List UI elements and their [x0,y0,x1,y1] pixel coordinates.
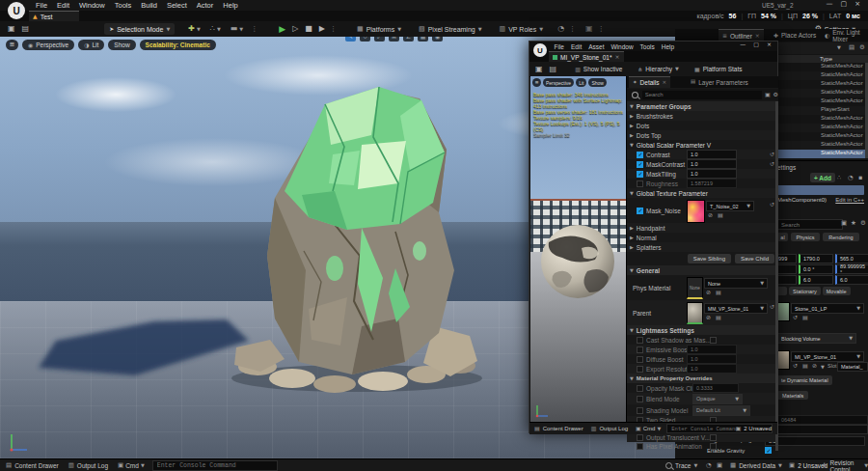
preview-lit-button[interactable]: Lit [576,78,586,87]
mobility-stationary-button[interactable]: Stationary [789,287,821,295]
menu-build[interactable]: Build [136,1,162,10]
material-property-overrides-header[interactable]: ▼Material Property Overrides [627,374,778,383]
preview-menu-button[interactable]: ≡ [532,78,541,87]
minimize-button[interactable]: — [823,1,837,8]
value-checkbox[interactable] [710,443,717,450]
details-star-icon[interactable]: ★ [851,220,856,227]
mat-close-button[interactable]: × [763,42,775,47]
mesh-browse-icon[interactable]: ▤ [802,315,808,320]
scalability-warning-badge[interactable]: Scalability: Cinematic [140,40,216,50]
texture-browse-icon[interactable]: ▤ [718,212,723,218]
group-dots[interactable]: ▶Dots [627,121,778,130]
lit-button[interactable]: ◑ Lit [78,40,104,50]
blueprint-group[interactable]: ∴▼ [210,25,221,33]
save-sibling-button[interactable]: Save Sibling [688,254,731,263]
close-button[interactable]: × [851,1,864,8]
group-handpaint[interactable]: ▶Handpaint [627,223,778,233]
override-checkbox[interactable] [637,385,643,392]
screenshot-icon[interactable]: ▣ [717,462,722,469]
reset-icon[interactable]: ↺ [770,152,774,157]
mat-details-scrollbar[interactable] [775,101,778,451]
pixel-streaming-dropdown[interactable]: ▧ Pixel Streaming ▼ [414,26,487,33]
override-checkbox[interactable] [637,434,643,441]
material-thumbnail[interactable] [777,350,790,370]
material-options-caret-icon[interactable]: ▼ [821,365,825,370]
location-z-field[interactable]: 565.0 [835,254,868,263]
override-checkbox[interactable] [637,337,643,344]
scale-z-field[interactable]: 6.0 [835,275,868,285]
menu-tools[interactable]: Tools [110,1,137,10]
mat-menu-edit[interactable]: Edit [567,43,584,50]
mat-menu-window[interactable]: Window [608,43,637,50]
general-header[interactable]: ▼General [627,265,778,275]
folder-icon[interactable]: ▤ [849,44,854,51]
group-global-texture[interactable]: ▼Global Texture Parameter [627,188,778,198]
mat-content-drawer-button[interactable]: ▤ Content Drawer [534,426,583,431]
rotation-snap-icon[interactable]: ∠ [403,37,414,42]
show-inactive-button[interactable]: ▥ Show Inactive [570,66,627,72]
mat-tab-close-icon[interactable]: × [614,54,619,60]
scale-tool-icon[interactable]: ⤢ [374,37,385,42]
mat-cmd-dropdown[interactable]: ▣ Cmd ▼ [636,426,661,431]
parameter-groups-header[interactable]: ▼Parameter Groups [627,101,778,111]
details-gear-icon[interactable]: ⚙ [860,220,866,227]
param-checkbox[interactable] [637,180,643,187]
stop-button[interactable]: ■ [305,25,312,33]
outliner-filter-caret-icon[interactable]: ▼ [837,45,841,50]
mass-field[interactable] [777,425,868,434]
slot-name-field[interactable]: Material_ [837,362,868,372]
maximize-button[interactable]: ▢ [837,1,852,8]
console-input[interactable] [152,460,278,471]
materials-category-button[interactable]: Materials [777,391,808,400]
param-checkbox[interactable] [637,161,643,168]
play-options-kebab-icon[interactable]: ⋮ [330,26,337,33]
rotation-z-field[interactable]: 89.999995 ° [835,264,868,274]
lightmass-header[interactable]: ▼Lightmass Settings [627,325,778,335]
phys-material-dropdown[interactable]: None▼ [704,278,768,289]
parent-browse-icon[interactable]: ▤ [716,315,721,320]
reset-icon[interactable]: ↺ [770,161,774,167]
param-value-field[interactable]: 1.0 [687,159,737,169]
stone-mesh[interactable] [217,77,487,396]
toolbar-kebab-icon[interactable]: ⋮ [569,26,576,33]
preview-show-button[interactable]: Show [588,78,607,87]
texture-thumbnail[interactable] [687,200,705,223]
filter-chip-general[interactable]: al [777,233,788,241]
mat-menu-help[interactable]: Help [658,43,677,50]
preview-perspective-button[interactable]: Perspective [543,78,574,87]
mat-preview-viewport[interactable]: ≡ Perspective Lit Show Base pass shader:… [530,76,626,422]
trace-dropdown[interactable]: Trace ▼ [665,462,697,469]
add-actor-group[interactable]: ✚▼ [188,25,201,33]
mat-output-log-button[interactable]: ▥ Output Log [591,426,628,431]
mat-browse-icon[interactable]: ▤ [550,66,557,73]
mat-maximize-button[interactable]: ▢ [749,42,763,47]
lock-icon[interactable]: ▪ [858,175,862,181]
selection-mode-dropdown[interactable]: ➤ Selection Mode ▼ [104,23,175,35]
camera-speed-icon[interactable]: ◉ [432,37,443,42]
group-splatters[interactable]: ▶Splatters [627,242,778,252]
angular-damping-field[interactable]: 0.0 [765,436,865,446]
menu-actor[interactable]: Actor [192,1,219,10]
insights-icon[interactable]: ◔ [706,462,712,469]
mesh-use-selected-icon[interactable]: ↺ [793,315,798,320]
mat-search-save-icon[interactable]: ▣ [765,92,771,97]
material-clear-icon[interactable]: ⊘ [812,363,817,369]
override-checkbox[interactable] [637,366,643,373]
grid-snap-icon[interactable]: ⊞ [389,37,399,42]
value-checkbox[interactable] [710,434,717,441]
frame-skip-button[interactable]: ▷ [292,25,298,33]
move-tool-icon[interactable]: ↖ [345,37,356,42]
static-mesh-dropdown[interactable]: Stone_01_LP▼ [791,303,864,314]
mat-menu-asset[interactable]: Asset [585,43,608,50]
mat-search-input[interactable] [642,91,762,99]
param-value-field[interactable]: 1.0 [687,150,737,159]
rotate-tool-icon[interactable]: ↻ [360,37,370,42]
shading-model-dropdown[interactable]: Default Lit▼ [692,405,750,416]
override-checkbox[interactable] [637,407,643,414]
vp-roles-dropdown[interactable]: ▥ VP Roles ▼ [495,26,549,33]
content-drawer-button[interactable]: ▤ Content Drawer [6,462,59,469]
level-tab[interactable]: ▲ Test [29,11,79,21]
phys-material-thumbnail[interactable]: None [687,277,703,299]
layer-parameters-tab[interactable]: ▤ Layer Parameters [687,76,752,88]
mat-menu-file[interactable]: File [551,43,567,50]
